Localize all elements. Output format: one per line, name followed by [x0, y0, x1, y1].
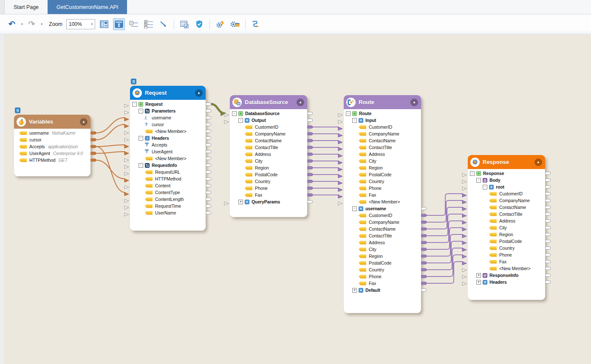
output-port[interactable]: [307, 139, 313, 142]
tree-item-in_customerid[interactable]: CustomerID: [344, 124, 421, 130]
input-port[interactable]: [338, 152, 343, 156]
input-port[interactable]: [124, 177, 129, 181]
redo-button[interactable]: ↷: [26, 18, 38, 30]
tree-item-in_fax[interactable]: Fax: [344, 192, 421, 198]
output-port[interactable]: [206, 171, 211, 174]
input-port[interactable]: [124, 109, 129, 113]
undo-button[interactable]: ↶: [6, 18, 18, 30]
output-port[interactable]: [421, 255, 427, 258]
input-port[interactable]: [338, 159, 343, 163]
zoom-select[interactable]: 100% ▾: [66, 19, 95, 29]
tree-item-httpmethod[interactable]: HTTPMethod: [130, 175, 206, 182]
node-request[interactable]: S⚙Request▲-Request-Parameters/.username?…: [130, 86, 206, 231]
tree-item-default[interactable]: +*Default: [344, 287, 421, 293]
tree-expander[interactable]: -: [139, 163, 143, 168]
output-port[interactable]: [545, 199, 551, 202]
input-port[interactable]: [462, 219, 467, 223]
tree-expander[interactable]: -: [238, 118, 243, 123]
tree-item-contenttype[interactable]: ContentType: [130, 189, 206, 196]
input-port[interactable]: [462, 185, 467, 189]
output-port[interactable]: [545, 260, 551, 263]
tree-item-u_contactname[interactable]: ContactName: [344, 226, 421, 232]
output-port[interactable]: [206, 212, 211, 214]
tree-expander[interactable]: +: [238, 200, 243, 204]
tree-item-h_accepts[interactable]: TAccepts: [130, 141, 206, 148]
output-port[interactable]: [421, 221, 427, 224]
tree-item-u_customerid[interactable]: CustomerID: [344, 212, 421, 219]
output-port[interactable]: [307, 166, 313, 169]
input-port[interactable]: [124, 116, 129, 120]
node-header[interactable]: ⚙Response▲: [468, 155, 545, 169]
input-port[interactable]: [338, 179, 343, 183]
output-port[interactable]: [307, 153, 313, 156]
output-port[interactable]: [307, 173, 313, 176]
output-port[interactable]: [307, 133, 313, 135]
input-port[interactable]: [462, 171, 467, 175]
tree-item-p_cursor[interactable]: ?cursor: [130, 121, 206, 128]
output-port[interactable]: [421, 268, 427, 271]
verify-button[interactable]: [193, 18, 205, 30]
tree-expander[interactable]: +: [352, 288, 357, 293]
output-port[interactable]: [545, 247, 551, 250]
auto-size-vertical-button[interactable]: [113, 18, 125, 30]
input-port[interactable]: [462, 266, 467, 271]
tree-item-in_country[interactable]: Country: [344, 178, 421, 185]
output-port[interactable]: [545, 172, 551, 175]
input-port[interactable]: [338, 200, 343, 204]
tree-item-postalcode[interactable]: PostalCode: [230, 171, 307, 178]
tree-item-address[interactable]: Address: [468, 217, 545, 224]
tree-item-city[interactable]: City: [230, 158, 307, 164]
tree-item-customerid[interactable]: CustomerID: [468, 190, 545, 197]
auto-layout-panels-button[interactable]: [98, 18, 110, 30]
output-port[interactable]: [90, 132, 96, 135]
tree-item-customerid[interactable]: CustomerID: [230, 124, 307, 130]
collapse-button[interactable]: ▲: [534, 158, 542, 166]
input-port[interactable]: [462, 198, 467, 203]
output-port[interactable]: [545, 254, 551, 257]
input-port[interactable]: [462, 239, 467, 243]
tree-item-root[interactable]: -Request: [130, 101, 206, 107]
input-port[interactable]: [462, 192, 467, 196]
tab-start-page[interactable]: Start Page: [5, 0, 48, 14]
tree-expander[interactable]: -: [470, 171, 475, 176]
tree-expander[interactable]: -: [352, 118, 357, 123]
output-port[interactable]: [90, 138, 96, 141]
output-port[interactable]: [421, 228, 427, 231]
input-port[interactable]: [338, 193, 343, 197]
tree-item-u_postalcode[interactable]: PostalCode: [344, 260, 421, 266]
output-port[interactable]: [90, 145, 96, 148]
tree-item-address[interactable]: Address: [230, 151, 307, 158]
tree-item-in_city[interactable]: City: [344, 158, 421, 164]
tree-item-username[interactable]: -*username: [344, 205, 421, 212]
input-port[interactable]: [124, 197, 129, 201]
tree-expander[interactable]: +: [476, 280, 481, 285]
tree-item-requesturl[interactable]: RequestURL: [130, 169, 206, 175]
input-port[interactable]: [124, 102, 129, 106]
input-port[interactable]: [124, 211, 129, 215]
tree-item-content[interactable]: Content: [130, 182, 206, 189]
output-port[interactable]: [206, 103, 211, 106]
tree-item-u_country[interactable]: Country: [344, 266, 421, 273]
input-port[interactable]: [338, 145, 343, 150]
node-header[interactable]: DatabaseSource▲: [230, 95, 307, 109]
input-port[interactable]: [462, 205, 467, 209]
input-port[interactable]: [338, 125, 343, 129]
tree-item-headers[interactable]: +*Headers: [468, 279, 545, 285]
tree-item-u_phone[interactable]: Phone: [344, 273, 421, 280]
tree-item-body[interactable]: -{}Body: [468, 177, 545, 183]
output-port[interactable]: [206, 157, 211, 160]
input-port[interactable]: [124, 150, 129, 154]
output-port[interactable]: [307, 160, 313, 163]
tree-item-h_useragent[interactable]: TUserAgent: [130, 148, 206, 155]
tree-expander[interactable]: +: [476, 273, 481, 278]
tree-expander[interactable]: -: [483, 185, 487, 189]
input-port[interactable]: [224, 111, 229, 116]
output-port[interactable]: [206, 184, 211, 187]
output-port[interactable]: [307, 112, 313, 115]
output-port[interactable]: [421, 275, 427, 278]
node-databasesource[interactable]: DatabaseSource▲-DatabaseSource-*OutputCu…: [230, 95, 307, 217]
input-port[interactable]: [462, 246, 467, 250]
tree-item-responseinfo[interactable]: +⇄ResponseInfo: [468, 272, 545, 279]
tree-expander[interactable]: -: [139, 109, 143, 113]
input-port[interactable]: [124, 143, 129, 147]
